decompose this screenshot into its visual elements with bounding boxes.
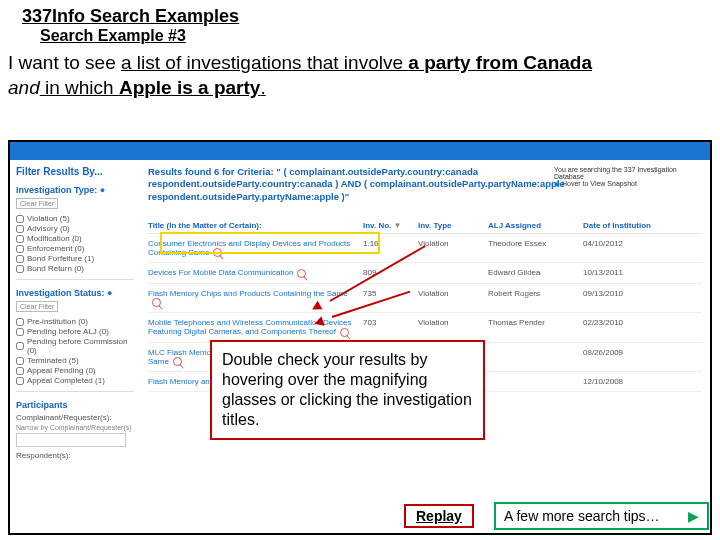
filter-label: Enforcement (0) — [27, 244, 84, 253]
filter-label: Pending before ALJ (0) — [27, 327, 109, 336]
tips-button[interactable]: A few more search tips… ▶ — [494, 502, 709, 530]
status-item[interactable]: Appeal Pending (0) — [16, 366, 134, 375]
filter-label: Pre-institution (0) — [27, 317, 88, 326]
filter-label: Modification (0) — [27, 234, 82, 243]
results-criteria: Results found 6 for Criteria: " ( compla… — [148, 166, 568, 203]
table-row: Mobile Telephones and Wireless Communica… — [148, 313, 702, 342]
filter-label: Terminated (5) — [27, 356, 79, 365]
table-row: Consumer Electronics and Display Devices… — [148, 234, 702, 263]
type-item[interactable]: Violation (5) — [16, 214, 134, 223]
magnifier-icon[interactable] — [152, 298, 161, 307]
type-item[interactable]: Bond Forfeiture (1) — [16, 254, 134, 263]
cell-inv-type: Violation — [418, 318, 488, 327]
complainant-label: Complainant/Requester(s): — [16, 413, 134, 422]
replay-button[interactable]: Replay — [404, 504, 474, 528]
magnifier-icon[interactable] — [297, 269, 306, 278]
type-item[interactable]: Modification (0) — [16, 234, 134, 243]
filter-checkbox[interactable] — [16, 342, 24, 350]
cell-alj: Thomas Pender — [488, 318, 583, 327]
filter-label: Advisory (0) — [27, 224, 70, 233]
filter-checkbox[interactable] — [16, 225, 24, 233]
cell-date: 08/26/2009 — [583, 348, 673, 357]
status-item[interactable]: Appeal Completed (1) — [16, 376, 134, 385]
sidebar-header: Filter Results By... — [16, 166, 134, 177]
filter-label: Appeal Pending (0) — [27, 366, 96, 375]
status-item[interactable]: Terminated (5) — [16, 356, 134, 365]
filter-checkbox[interactable] — [16, 265, 24, 273]
narrow-text: Narrow by Complainant/Requester(s) — [16, 424, 134, 431]
investigation-title-link[interactable]: Devices For Mobile Data Communication — [148, 268, 293, 277]
filter-sidebar: Filter Results By... Investigation Type:… — [10, 160, 140, 533]
col-alj[interactable]: ALJ Assigned — [488, 221, 583, 230]
slide-title: 337Info Search Examples — [0, 0, 720, 27]
filter-checkbox[interactable] — [16, 377, 24, 385]
col-inv-no[interactable]: Inv. No. ▼ — [363, 221, 418, 230]
type-item[interactable]: Bond Return (0) — [16, 264, 134, 273]
filter-checkbox[interactable] — [16, 367, 24, 375]
play-icon: ▶ — [688, 508, 699, 524]
tips-label: A few more search tips… — [504, 508, 660, 524]
app-screenshot: Filter Results By... Investigation Type:… — [8, 140, 712, 535]
slide-subtitle: Search Example #3 — [0, 27, 720, 49]
cell-inv-type: Violation — [418, 239, 488, 248]
col-date[interactable]: Date of Institution — [583, 221, 673, 230]
filter-checkbox[interactable] — [16, 318, 24, 326]
magnifier-icon[interactable] — [173, 357, 182, 366]
complainant-select[interactable] — [16, 433, 126, 447]
filter-label: Violation (5) — [27, 214, 70, 223]
status-item[interactable]: Pending before ALJ (0) — [16, 327, 134, 336]
col-title[interactable]: Title (In the Matter of Certain): — [148, 221, 363, 230]
status-item[interactable]: Pre-institution (0) — [16, 317, 134, 326]
filter-label: Pending before Commission (0) — [27, 337, 134, 355]
cell-date: 04/10/2012 — [583, 239, 673, 248]
filter-checkbox[interactable] — [16, 328, 24, 336]
cell-date: 12/10/2008 — [583, 377, 673, 386]
cell-inv-type: Violation — [418, 289, 488, 298]
magnifier-icon[interactable] — [213, 248, 222, 257]
type-item[interactable]: Advisory (0) — [16, 224, 134, 233]
group-participants: Participants — [16, 400, 134, 410]
clear-filter-button[interactable]: Clear Filter — [16, 198, 58, 209]
filter-label: Bond Forfeiture (1) — [27, 254, 94, 263]
filter-checkbox[interactable] — [16, 245, 24, 253]
filter-label: Bond Return (0) — [27, 264, 84, 273]
slide-prompt: I want to see a list of investigations t… — [0, 49, 720, 106]
cell-alj: Edward Gildea — [488, 268, 583, 277]
magnifier-icon[interactable] — [340, 328, 349, 337]
investigation-title-link[interactable]: Flash Memory Chips and Products Containi… — [148, 289, 348, 298]
cell-date: 10/13/2011 — [583, 268, 673, 277]
filter-checkbox[interactable] — [16, 235, 24, 243]
respondent-label: Respondent(s): — [16, 451, 134, 460]
app-topbar — [10, 142, 710, 160]
filter-checkbox[interactable] — [16, 357, 24, 365]
group-inv-status: Investigation Status: ● — [16, 288, 134, 298]
clear-filter-button[interactable]: Clear Filter — [16, 301, 58, 312]
type-item[interactable]: Enforcement (0) — [16, 244, 134, 253]
status-item[interactable]: Pending before Commission (0) — [16, 337, 134, 355]
cell-alj: Robert Rogers — [488, 289, 583, 298]
table-row: Flash Memory Chips and Products Containi… — [148, 284, 702, 313]
table-row: Devices For Mobile Data Communication809… — [148, 263, 702, 283]
callout-box: Double check your results by hovering ov… — [210, 340, 485, 440]
cell-date: 09/13/2010 — [583, 289, 673, 298]
col-inv-type[interactable]: Inv. Type — [418, 221, 488, 230]
cell-date: 02/23/2010 — [583, 318, 673, 327]
filter-checkbox[interactable] — [16, 215, 24, 223]
investigation-title-link[interactable]: Consumer Electronics and Display Devices… — [148, 239, 350, 257]
filter-checkbox[interactable] — [16, 255, 24, 263]
cell-alj: Theodore Essex — [488, 239, 583, 248]
cell-inv-no: 1.16 — [363, 239, 418, 248]
group-inv-type: Investigation Type: ● — [16, 185, 134, 195]
aside-info: You are searching the 337 Investigation … — [554, 166, 704, 188]
cell-inv-no: 703 — [363, 318, 418, 327]
filter-label: Appeal Completed (1) — [27, 376, 105, 385]
